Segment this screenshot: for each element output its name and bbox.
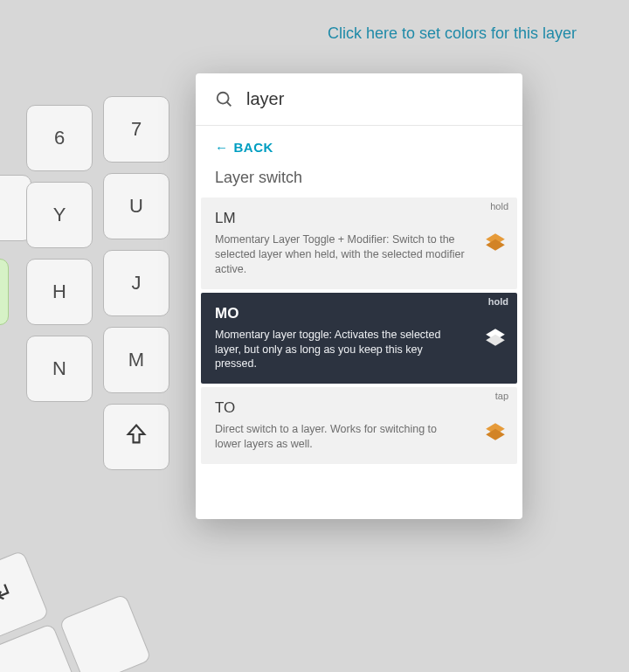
key-u[interactable]: U: [103, 173, 169, 239]
layers-icon: [484, 420, 507, 443]
key-picker-modal: ← BACK Layer switch holdLMMomentary Laye…: [196, 73, 522, 519]
item-lm[interactable]: holdLMMomentary Layer Toggle + Modifier:…: [201, 197, 517, 289]
layers-icon: [484, 326, 507, 349]
svg-marker-3: [486, 239, 505, 251]
back-label: BACK: [234, 140, 273, 155]
svg-line-1: [227, 101, 232, 106]
arrow-left-icon: ←: [215, 140, 229, 155]
search-icon: [215, 90, 234, 109]
item-title: TO: [215, 399, 465, 417]
key-blank-2[interactable]: [59, 593, 152, 672]
back-button[interactable]: ← BACK: [196, 126, 522, 160]
items-list: holdLMMomentary Layer Toggle + Modifier:…: [196, 197, 522, 476]
item-title: MO: [215, 305, 465, 322]
search-input[interactable]: [246, 89, 503, 109]
item-desc: Direct switch to a layer. Works for swit…: [215, 422, 465, 452]
key-6[interactable]: 6: [26, 105, 93, 171]
key-y[interactable]: Y: [26, 182, 93, 248]
item-tag: hold: [488, 296, 508, 307]
key-m[interactable]: M: [103, 327, 169, 393]
layers-icon: [484, 231, 507, 253]
set-colors-link[interactable]: Click here to set colors for this layer: [0, 24, 577, 43]
item-desc: Momentary Layer Toggle + Modifier: Switc…: [215, 232, 465, 277]
svg-marker-5: [486, 334, 505, 345]
item-to[interactable]: tapTODirect switch to a layer. Works for…: [201, 387, 517, 464]
key-7[interactable]: 7: [103, 96, 169, 163]
key-green-partial[interactable]: [0, 259, 9, 325]
key-h[interactable]: H: [26, 259, 93, 325]
item-title: LM: [215, 210, 465, 227]
item-mo[interactable]: holdMOMomentary layer toggle: Activates …: [201, 293, 517, 384]
key-j[interactable]: J: [103, 250, 169, 316]
item-desc: Momentary layer toggle: Activates the se…: [215, 328, 465, 372]
svg-point-0: [218, 92, 229, 103]
item-tag: tap: [495, 391, 508, 401]
search-row: [196, 73, 522, 125]
section-title: Layer switch: [196, 160, 522, 197]
key-shift[interactable]: [103, 404, 169, 470]
shift-icon: [124, 422, 149, 452]
svg-marker-7: [486, 429, 505, 440]
item-tag: hold: [490, 201, 508, 211]
enter-icon: [0, 578, 20, 615]
key-n[interactable]: N: [26, 336, 93, 402]
